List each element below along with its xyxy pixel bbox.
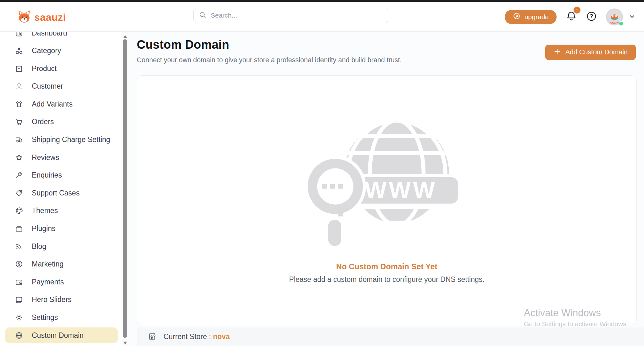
upgrade-label: upgrade (525, 13, 549, 21)
sidebar-item-label: Support Cases (32, 189, 80, 197)
sidebar-item-label: Orders (32, 118, 54, 126)
avatar[interactable]: saauzi (606, 8, 623, 25)
dollar-icon (15, 260, 23, 268)
cart-icon (15, 118, 23, 126)
sidebar-item-plugins[interactable]: Plugins (5, 221, 118, 237)
sidebar-item-payments[interactable]: Payments (5, 274, 118, 290)
custom-domain-card: WWW No Custom Domain Set Yet Please add … (137, 75, 637, 325)
palette-icon (15, 206, 23, 215)
sidebar-item-label: Blog (32, 242, 46, 251)
current-store-bar: Current Store : nova (137, 327, 644, 346)
monitor-icon (15, 295, 23, 304)
sidebar-item-label: Reviews (32, 153, 59, 162)
notification-badge: 1 (573, 6, 581, 14)
sidebar-item-support-cases[interactable]: Support Cases (5, 185, 118, 201)
search-input[interactable] (211, 12, 383, 19)
product-icon (15, 64, 23, 73)
www-globe-graphic: WWW (302, 113, 472, 248)
customer-icon (15, 82, 23, 91)
empty-state-heading: No Custom Domain Set Yet (336, 262, 437, 271)
sidebar-item-label: Category (32, 47, 61, 55)
sidebar-item-label: Add Variants (32, 100, 73, 108)
scrollbar-up-arrow[interactable] (123, 35, 127, 38)
star-icon (15, 153, 23, 162)
www-graphic-text: WWW (365, 177, 437, 203)
sidebar-item-label: Custom Domain (32, 331, 84, 340)
current-store-name: nova (213, 332, 230, 341)
gear-icon (15, 313, 23, 322)
svg-text:?: ? (590, 13, 593, 19)
sidebar-item-settings[interactable]: Settings (5, 310, 118, 326)
main-content: Custom Domain Connect your own domain to… (129, 32, 644, 346)
sidebar-item-add-variants[interactable]: Add Variants (5, 96, 118, 112)
empty-state-description: Please add a custom domain to configure … (289, 275, 484, 284)
sidebar-item-label: Dashboard (32, 32, 67, 37)
page: saauzi upgrade (0, 0, 644, 346)
sidebar-item-hero-sliders[interactable]: Hero Sliders (5, 292, 118, 308)
category-icon (15, 47, 23, 55)
dashboard-icon (15, 32, 23, 37)
avatar-brand-text: saauzi (610, 21, 619, 25)
topbar: saauzi upgrade (0, 2, 644, 32)
tag-icon (15, 189, 23, 197)
clock-upgrade-icon (513, 12, 521, 22)
sidebar-item-custom-domain[interactable]: Custom Domain (5, 327, 118, 343)
sidebar-item-category[interactable]: Category (5, 43, 118, 59)
add-custom-domain-label: Add Custom Domain (565, 48, 628, 56)
sidebar-item-label: Settings (32, 313, 58, 322)
profile-menu-button[interactable] (628, 13, 636, 21)
help-icon: ? (586, 11, 597, 23)
brand-name: saauzi (34, 12, 66, 23)
help-button[interactable]: ? (586, 11, 597, 23)
sidebar-item-customer[interactable]: Customer (5, 79, 118, 94)
sidebar-item-orders[interactable]: Orders (5, 114, 118, 130)
notifications-button[interactable]: 1 (566, 11, 577, 23)
sidebar-item-enquiries[interactable]: Enquiries (5, 168, 118, 183)
rss-icon (15, 242, 23, 251)
truck-icon (15, 135, 23, 144)
scrollbar-down-arrow[interactable] (123, 342, 127, 344)
sidebar-item-product[interactable]: Product (5, 61, 118, 76)
current-store-text: Current Store : nova (164, 332, 230, 341)
hammer-icon (15, 171, 23, 179)
page-title: Custom Domain (137, 38, 229, 52)
tshirt-icon (15, 100, 23, 108)
sidebar-item-label: Hero Sliders (32, 295, 72, 304)
plugin-icon (15, 224, 23, 233)
sidebar-item-themes[interactable]: Themes (5, 203, 118, 219)
sidebar-item-shipping-charge-setting[interactable]: Shipping Charge Setting (5, 132, 118, 148)
fox-mascot-icon (17, 9, 31, 25)
sidebar-nav: DashboardCategoryProductCustomerAdd Vari… (0, 32, 129, 343)
brand-logo[interactable]: saauzi (17, 9, 66, 25)
topbar-actions: upgrade 1 ? (505, 2, 636, 32)
sidebar-item-label: Plugins (32, 224, 55, 233)
global-search[interactable] (193, 8, 388, 23)
sidebar-scrollbar (122, 32, 128, 346)
sidebar-item-label: Marketing (32, 260, 64, 268)
wallet-icon (15, 278, 23, 286)
sidebar-item-label: Themes (32, 206, 58, 215)
sidebar-item-marketing[interactable]: Marketing (5, 256, 118, 272)
current-store-label: Current Store : (164, 332, 211, 341)
plus-icon (553, 48, 561, 57)
scrollbar-thumb[interactable] (123, 39, 127, 338)
sidebar-item-dashboard[interactable]: Dashboard (5, 32, 118, 41)
search-icon (199, 11, 207, 20)
sidebar-item-label: Customer (32, 82, 63, 91)
chevron-down-icon (628, 13, 636, 21)
globe-icon (15, 331, 23, 340)
sidebar-item-reviews[interactable]: Reviews (5, 150, 118, 165)
sidebar-item-label: Enquiries (32, 171, 62, 179)
add-custom-domain-button[interactable]: Add Custom Domain (545, 45, 636, 60)
sidebar-item-label: Shipping Charge Setting (32, 135, 110, 144)
online-status-dot (619, 21, 624, 26)
page-subtitle: Connect your own domain to give your sto… (137, 56, 402, 64)
store-icon (147, 332, 157, 342)
sidebar-item-label: Product (32, 64, 57, 73)
sidebar: DashboardCategoryProductCustomerAdd Vari… (0, 32, 129, 346)
sidebar-item-label: Payments (32, 278, 64, 286)
upgrade-button[interactable]: upgrade (505, 10, 557, 24)
sidebar-item-blog[interactable]: Blog (5, 239, 118, 254)
